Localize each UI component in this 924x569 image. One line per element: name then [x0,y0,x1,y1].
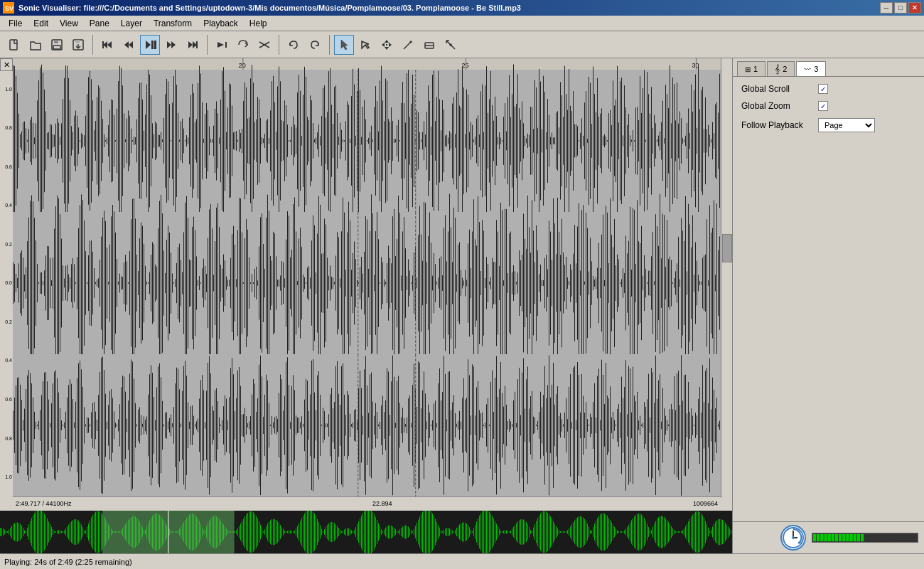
svg-text:SV: SV [5,5,14,12]
layer-tab-1[interactable]: ⊞ 1 [737,61,765,76]
global-zoom-row: Global Zoom [741,101,915,111]
global-scroll-label: Global Scroll [741,84,812,94]
v-scroll-thumb[interactable] [722,234,732,262]
toolbar [0,31,924,58]
global-scroll-checkbox[interactable] [818,84,828,94]
svg-marker-20 [171,41,176,48]
tab3-icon: 〰 [804,65,811,73]
svg-rect-17 [151,41,154,49]
svg-marker-28 [385,40,389,43]
select-tool-button[interactable] [355,35,375,55]
pointer-tool-button[interactable] [334,35,354,55]
erase-tool-button[interactable] [419,35,439,55]
shuffle-button[interactable] [254,35,274,55]
saveas-button[interactable] [68,35,88,55]
level-meter [812,533,918,543]
rewind-start-button[interactable] [97,35,117,55]
overview-canvas[interactable] [0,511,732,553]
svg-marker-21 [188,41,193,48]
follow-playback-select[interactable]: Page Scroll Ignore [818,118,875,132]
save-button[interactable] [47,35,67,55]
info-left: 2:49.717 / 44100Hz [16,500,72,507]
separator-2 [207,35,208,55]
svg-rect-2 [10,40,17,50]
svg-marker-24 [217,42,224,48]
loop-button[interactable] [233,35,253,55]
svg-rect-4 [54,40,58,43]
svg-rect-5 [53,46,60,49]
vertical-scrollbar[interactable] [721,58,732,498]
menu-item-playback[interactable]: Playback [198,17,244,30]
loop-start-button[interactable] [212,35,232,55]
svg-marker-19 [167,41,171,48]
tab1-icon: ⊞ [745,65,751,73]
menu-item-help[interactable]: Help [244,17,273,30]
tab3-label: 3 [814,65,818,73]
svg-rect-32 [386,44,387,46]
svg-rect-13 [102,41,104,48]
redo-button[interactable] [305,35,325,55]
meter-canvas [812,533,904,542]
main-content: ✕ 2:49.717 / 44100Hz 22.894 1009664 1.00… [0,58,924,553]
menu-item-file[interactable]: File [3,17,28,30]
svg-marker-30 [382,43,385,47]
info-center: 22.894 [72,500,693,507]
svg-marker-16 [146,41,151,49]
undo-button[interactable] [284,35,303,55]
close-button[interactable]: ✕ [908,2,921,14]
separator-3 [279,35,279,55]
global-zoom-label: Global Zoom [741,101,812,111]
open-button[interactable] [26,35,45,55]
tab2-icon: 𝄞 [775,64,780,74]
global-scroll-row: Global Scroll [741,84,915,94]
draw-tool-button[interactable] [398,35,418,55]
maximize-button[interactable]: □ [894,2,907,14]
waveform-canvas[interactable]: ✕ 2:49.717 / 44100Hz 22.894 1009664 1.00… [0,58,732,509]
menu-item-view[interactable]: View [54,17,84,30]
svg-line-33 [404,42,411,49]
clock-icon [780,525,806,551]
right-panel-bottom [733,521,924,553]
info-right: 1009664 [693,500,718,507]
menu-item-transform[interactable]: Transform [148,17,198,30]
separator-1 [92,35,93,55]
title-bar: SV Sonic Visualiser: file:///C:/Document… [0,0,924,16]
forward-end-button[interactable] [183,35,203,55]
measure-tool-button[interactable] [441,35,461,55]
rewind-button[interactable] [119,35,139,55]
svg-point-40 [450,44,451,46]
layer-tabs: ⊞ 1 𝄞 2 〰 3 [733,58,924,77]
svg-marker-29 [385,47,389,50]
minimize-button[interactable]: ─ [880,2,893,14]
svg-rect-23 [196,41,198,48]
status-bar: Playing: 24s of 2:49 (2:25 remaining) [0,553,924,569]
waveform-info-bar: 2:49.717 / 44100Hz 22.894 1009664 [13,496,721,509]
svg-marker-12 [107,41,112,48]
status-text: Playing: 24s of 2:49 (2:25 remaining) [4,558,132,566]
layer-controls: Global Scroll Global Zoom Follow Playbac… [733,77,924,521]
menu-item-edit[interactable]: Edit [28,17,54,30]
waveform-area: ✕ 2:49.717 / 44100Hz 22.894 1009664 1.00… [0,58,732,553]
waveform-display[interactable] [13,58,732,509]
svg-rect-18 [154,41,156,49]
new-button[interactable] [4,35,24,55]
svg-marker-14 [124,41,129,48]
global-zoom-checkbox[interactable] [818,101,828,111]
window-title: Sonic Visualiser: file:///C:/Documents a… [18,4,880,12]
play-pause-button[interactable] [140,35,160,55]
overview-strip[interactable] [0,511,732,553]
svg-rect-25 [225,42,227,48]
menu-item-pane[interactable]: Pane [84,17,115,30]
follow-playback-row: Follow Playback Page Scroll Ignore [741,118,915,132]
menu-item-layer[interactable]: Layer [115,17,148,30]
layer-tab-2[interactable]: 𝄞 2 [767,61,795,76]
tab2-label: 2 [783,65,787,73]
follow-playback-label: Follow Playback [741,120,812,130]
layer-tab-3[interactable]: 〰 3 [796,61,826,76]
close-pane-button[interactable]: ✕ [0,58,13,71]
fast-forward-button[interactable] [161,35,181,55]
svg-point-44 [792,536,795,539]
svg-marker-15 [129,41,133,48]
svg-rect-7 [75,40,80,43]
move-tool-button[interactable] [377,35,397,55]
